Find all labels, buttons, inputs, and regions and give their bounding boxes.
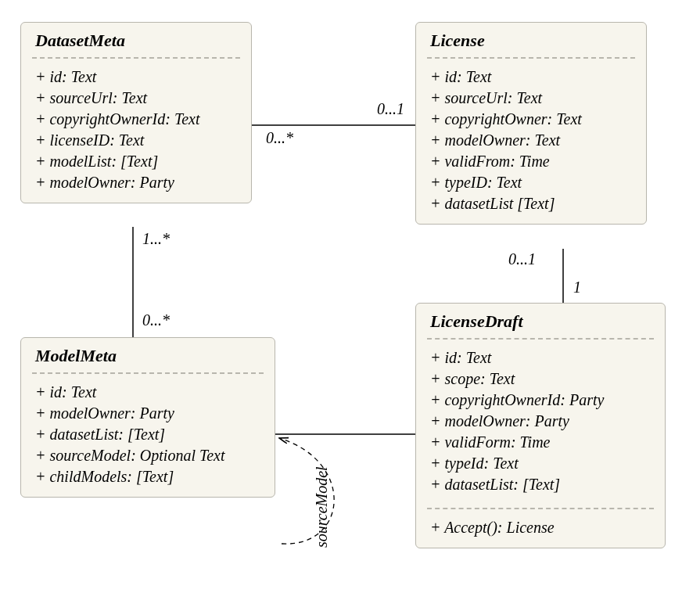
class-licensedraft: LicenseDraft + id: Text + scope: Text + … bbox=[415, 303, 666, 548]
attr: + datasetList [Text] bbox=[430, 193, 632, 214]
separator bbox=[427, 508, 654, 509]
mult-license-draft-near: 0...1 bbox=[508, 250, 536, 268]
diagram-canvas: DatasetMeta + id: Text + sourceUrl: Text… bbox=[0, 0, 700, 611]
separator bbox=[427, 338, 654, 340]
operation: + Accept(): License bbox=[430, 517, 651, 538]
attr: + copyrightOwnerId: Text bbox=[35, 109, 237, 130]
mult-license-draft-far: 1 bbox=[573, 279, 581, 297]
attr: + sourceUrl: Text bbox=[35, 88, 237, 109]
class-license: License + id: Text + sourceUrl: Text + c… bbox=[415, 22, 647, 225]
class-title: LicenseDraft bbox=[416, 304, 665, 335]
attr: + modelOwner: Party bbox=[430, 411, 651, 432]
attr: + scope: Text bbox=[430, 368, 651, 390]
attr: + validForm: Time bbox=[430, 432, 651, 453]
attr: + modelOwner: Text bbox=[430, 130, 632, 151]
attr: + typeId: Text bbox=[430, 453, 651, 474]
attr: + id: Text bbox=[35, 382, 260, 403]
self-assoc-label: sourceModel bbox=[313, 466, 331, 548]
attr: + licenseID: Text bbox=[35, 130, 237, 151]
mult-dm-license-near: 0...* bbox=[266, 129, 293, 147]
attr: + validFrom: Time bbox=[430, 151, 632, 172]
class-title: ModelMeta bbox=[21, 338, 275, 369]
class-modelmeta: ModelMeta + id: Text + modelOwner: Party… bbox=[20, 337, 275, 498]
attr: + modelOwner: Party bbox=[35, 172, 237, 193]
separator bbox=[427, 57, 635, 59]
attr: + typeID: Text bbox=[430, 172, 632, 193]
mult-dm-model-far: 0...* bbox=[142, 311, 170, 329]
attr-list: + id: Text + sourceUrl: Text + copyright… bbox=[21, 63, 251, 203]
class-title: License bbox=[416, 23, 646, 54]
attr: + copyrightOwner: Text bbox=[430, 109, 632, 130]
attr: + datasetList: [Text] bbox=[35, 424, 260, 445]
mult-dm-model-near: 1...* bbox=[142, 230, 170, 248]
attr-list: + id: Text + modelOwner: Party + dataset… bbox=[21, 379, 275, 497]
separator bbox=[32, 57, 240, 59]
attr: + copyrightOwnerId: Party bbox=[430, 390, 651, 411]
attr: + modelList: [Text] bbox=[35, 151, 237, 172]
attr: + modelOwner: Party bbox=[35, 403, 260, 424]
attr: + id: Text bbox=[35, 66, 237, 88]
attr-list: + id: Text + sourceUrl: Text + copyright… bbox=[416, 63, 646, 224]
separator bbox=[32, 372, 264, 374]
attr: + sourceUrl: Text bbox=[430, 88, 632, 109]
attr-list: + id: Text + scope: Text + copyrightOwne… bbox=[416, 344, 665, 505]
op-list: + Accept(): License bbox=[416, 514, 665, 548]
attr: + id: Text bbox=[430, 66, 632, 88]
attr: + id: Text bbox=[430, 347, 651, 368]
attr: + datasetList: [Text] bbox=[430, 474, 651, 495]
class-datasetmeta: DatasetMeta + id: Text + sourceUrl: Text… bbox=[20, 22, 252, 203]
class-title: DatasetMeta bbox=[21, 23, 251, 54]
attr: + childModels: [Text] bbox=[35, 466, 260, 487]
mult-dm-license-far: 0...1 bbox=[377, 100, 404, 118]
attr: + sourceModel: Optional Text bbox=[35, 445, 260, 466]
